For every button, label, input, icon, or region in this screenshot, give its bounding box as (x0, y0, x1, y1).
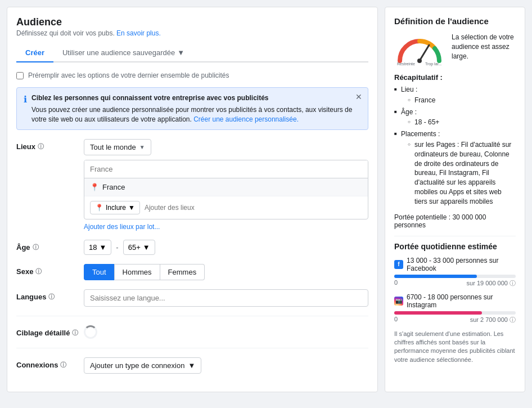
gauge-description: La sélection de votre audience est assez… (452, 33, 516, 61)
instagram-zero-label: 0 (394, 316, 398, 324)
ciblage-row: Ciblage détaillé ⓘ (16, 325, 368, 339)
gender-button-group: Tout Hommes Femmes (84, 264, 368, 280)
ciblage-help-icon[interactable]: ⓘ (72, 329, 78, 337)
age-label: Âge ⓘ (16, 240, 84, 252)
facebook-max-label: sur 19 000 000 ⓘ (467, 279, 516, 288)
connexions-dropdown-button[interactable]: Ajouter un type de connexion ▼ (84, 357, 201, 374)
connexions-row: Connexions ⓘ Ajouter un type de connexio… (16, 357, 368, 374)
recap-lieu-value: France (408, 96, 516, 105)
age-selector-row: 18 ▼ - 65+ ▼ (84, 240, 368, 255)
langues-input[interactable] (84, 289, 368, 307)
location-france-item: 📍 France (84, 178, 368, 196)
lieux-row: Lieux ⓘ Tout le monde ▼ 📍 France (16, 139, 368, 231)
chevron-down-icon: ▼ (177, 48, 184, 57)
info-banner: ℹ Ciblez les personnes qui connaissent v… (16, 87, 368, 130)
connexions-arrow-icon: ▼ (188, 361, 195, 370)
lieux-dropdown-button[interactable]: Tout le monde ▼ (84, 139, 151, 155)
facebook-zero-label: 0 (394, 279, 398, 288)
divider-2 (16, 348, 368, 348)
facebook-header: f 13 000 - 33 000 personnes sur Facebook (394, 257, 516, 272)
learn-more-link[interactable]: En savoir plus. (116, 29, 161, 37)
age-from-dropdown[interactable]: 18 ▼ (84, 240, 111, 255)
facebook-icon: f (394, 260, 403, 269)
gender-hommes-button[interactable]: Hommes (114, 264, 160, 280)
facebook-range-label: 13 000 - 33 000 personnes sur Facebook (407, 257, 516, 272)
right-panel-title: Définition de l'audience (394, 16, 516, 26)
location-scroll[interactable]: 📍 France (84, 160, 368, 196)
connexions-content: Ajouter un type de connexion ▼ (84, 357, 368, 374)
facebook-reach-row: f 13 000 - 33 000 personnes sur Facebook… (394, 257, 516, 288)
gauge-container: Restreinte Trop lar... La sélection de v… (394, 33, 516, 66)
sexe-label: Sexe ⓘ (16, 264, 84, 276)
lieux-label: Lieux ⓘ (16, 139, 84, 151)
instagram-progress-bar (394, 311, 516, 315)
portee-quotidienne-title: Portée quotidienne estimée (394, 236, 516, 251)
sexe-content: Tout Hommes Femmes (84, 264, 368, 280)
facebook-info-icon: ⓘ (510, 280, 516, 286)
audience-personnalisee-link[interactable]: Créer une audience personnalisée. (193, 115, 299, 123)
tab-bar: Créer Utiliser une audience sauvegardée … (16, 44, 368, 62)
audience-gauge: Restreinte Trop lar... (394, 33, 445, 66)
page-title: Audience (16, 16, 368, 28)
langues-help-icon[interactable]: ⓘ (48, 293, 55, 301)
langues-row: Langues ⓘ (16, 289, 368, 307)
prefill-checkbox[interactable] (16, 72, 24, 79)
include-dropdown-button[interactable]: 📍 Inclure ▼ (90, 201, 140, 214)
recap-age-value: 18 - 65+ (408, 118, 516, 127)
connexions-help-icon[interactable]: ⓘ (60, 361, 66, 369)
ciblage-content (84, 325, 368, 339)
instagram-max-label: sur 2 700 000 ⓘ (470, 316, 516, 324)
instagram-progress-fill (394, 311, 482, 315)
recap-placements-value: sur les Pages : Fil d'actualité sur ordi… (408, 140, 516, 207)
tab-creer[interactable]: Créer (16, 44, 53, 62)
location-include-row: 📍 Inclure ▼ (84, 196, 368, 219)
instagram-progress-labels: 0 sur 2 700 000 ⓘ (394, 316, 516, 324)
svg-text:Restreinte: Restreinte (397, 62, 415, 66)
recap-placements: Placements : sur les Pages : Fil d'actua… (394, 129, 516, 206)
age-to-arrow-icon: ▼ (143, 243, 150, 252)
instagram-info-icon: ⓘ (510, 316, 516, 323)
instagram-reach-row: 📷 6700 - 18 000 personnes sur Instagram … (394, 293, 516, 324)
age-from-arrow-icon: ▼ (99, 243, 106, 252)
connexions-label: Connexions ⓘ (16, 357, 84, 369)
close-banner-button[interactable]: ✕ (355, 92, 362, 101)
svg-line-0 (420, 45, 429, 61)
page-subtitle: Définissez qui doit voir vos pubs. En sa… (16, 29, 368, 37)
include-arrow-icon: ▼ (128, 204, 135, 212)
sexe-help-icon[interactable]: ⓘ (35, 267, 42, 276)
audience-definition-panel: Définition de l'audience Restreinte Trop… (385, 7, 525, 392)
lieux-help-icon[interactable]: ⓘ (38, 142, 44, 151)
estimation-note: Il s'agit seulement d'une estimation. Le… (394, 330, 516, 365)
tab-saved-audience[interactable]: Utiliser une audience sauvegardée ▼ (53, 44, 193, 61)
divider-1 (16, 316, 368, 316)
facebook-progress-labels: 0 sur 19 000 000 ⓘ (394, 279, 516, 288)
instagram-range-label: 6700 - 18 000 personnes sur Instagram (407, 293, 516, 309)
sexe-row: Sexe ⓘ Tout Hommes Femmes (16, 264, 368, 280)
facebook-progress-bar (394, 275, 516, 278)
pin-icon: 📍 (90, 183, 99, 191)
location-box: 📍 France 📍 Inclure ▼ (84, 160, 368, 219)
portee-potentielle: Portée potentielle : 30 000 000 personne… (394, 213, 516, 229)
add-lieux-input[interactable] (145, 204, 362, 212)
langues-content (84, 289, 368, 307)
facebook-progress-fill (394, 275, 477, 278)
prefill-label: Préremplir avec les options de votre der… (28, 71, 229, 79)
location-search-input[interactable] (84, 160, 368, 178)
age-to-dropdown[interactable]: 65+ ▼ (123, 240, 155, 255)
age-help-icon[interactable]: ⓘ (33, 243, 39, 252)
gender-femmes-button[interactable]: Femmes (160, 264, 205, 280)
gender-tout-button[interactable]: Tout (84, 264, 114, 280)
langues-label: Langues ⓘ (16, 289, 84, 301)
recap-lieu: Lieu : France (394, 85, 516, 105)
recap-list: Lieu : France Âge : 18 - 65+ Placements … (394, 85, 516, 207)
age-row: Âge ⓘ 18 ▼ - 65+ ▼ (16, 240, 368, 255)
recap-age: Âge : 18 - 65+ (394, 107, 516, 128)
instagram-icon: 📷 (394, 297, 403, 306)
pin-small-icon: 📍 (95, 204, 103, 212)
svg-point-1 (417, 59, 422, 63)
add-bulk-link[interactable]: Ajouter des lieux par lot... (84, 223, 160, 231)
lieux-content: Tout le monde ▼ 📍 France 📍 In (84, 139, 368, 231)
info-icon: ℹ (24, 94, 27, 124)
audience-panel: Audience Définissez qui doit voir vos pu… (7, 7, 378, 392)
loading-spinner (84, 325, 97, 339)
